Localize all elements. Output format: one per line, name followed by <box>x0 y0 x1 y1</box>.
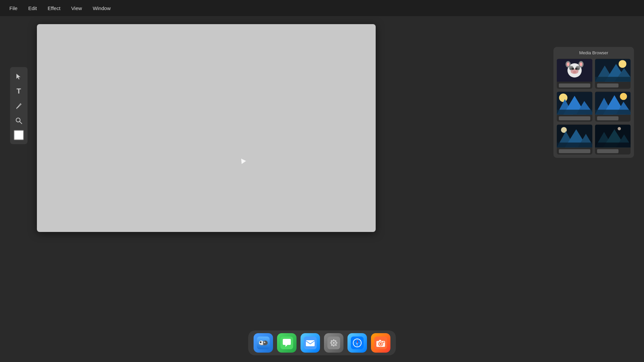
svg-point-25 <box>559 94 568 102</box>
svg-point-53 <box>261 342 261 342</box>
media-thumb-label-4 <box>597 116 619 120</box>
text-tool[interactable]: T <box>12 84 25 98</box>
svg-point-19 <box>619 60 626 68</box>
zoom-tool[interactable] <box>12 114 25 127</box>
media-thumb-label-3 <box>559 116 590 120</box>
svg-point-54 <box>265 342 265 342</box>
color-swatch[interactable] <box>14 130 24 140</box>
svg-marker-0 <box>16 74 20 79</box>
svg-rect-23 <box>595 77 631 81</box>
svg-point-31 <box>620 93 627 100</box>
dock-mail[interactable] <box>301 333 320 353</box>
dock-system-preferences[interactable] <box>324 333 343 353</box>
dock-safari[interactable] <box>347 333 367 353</box>
svg-point-52 <box>264 342 266 343</box>
svg-rect-35 <box>595 110 631 114</box>
media-thumb-6[interactable] <box>595 124 631 155</box>
menu-file[interactable]: File <box>5 4 21 12</box>
media-thumb-label-2 <box>597 83 619 87</box>
canvas[interactable] <box>37 24 376 232</box>
media-thumb-label-1 <box>559 83 590 87</box>
dock-screenshot[interactable] <box>371 333 390 353</box>
svg-point-11 <box>573 71 576 73</box>
svg-line-3 <box>20 122 22 124</box>
menu-bar: File Edit Effect View Window <box>0 0 644 16</box>
cursor-indicator <box>239 157 246 164</box>
svg-point-43 <box>618 127 621 130</box>
pen-tool[interactable] <box>12 99 25 113</box>
media-grid <box>557 59 631 155</box>
svg-point-81 <box>383 342 384 343</box>
svg-line-1 <box>16 108 17 109</box>
svg-rect-41 <box>557 142 592 147</box>
svg-point-15 <box>580 62 582 66</box>
select-tool[interactable] <box>12 70 25 83</box>
media-browser-title: Media Browser <box>557 50 631 55</box>
media-thumb-3[interactable] <box>557 92 592 122</box>
svg-rect-58 <box>306 340 315 346</box>
svg-rect-47 <box>595 142 631 147</box>
svg-rect-64 <box>330 343 332 344</box>
dock-messages[interactable] <box>277 333 297 353</box>
media-thumb-2[interactable] <box>595 59 631 89</box>
media-thumb-label-5 <box>559 149 590 153</box>
svg-point-2 <box>16 118 20 122</box>
dock-finder[interactable] <box>254 333 273 353</box>
svg-point-61 <box>333 342 335 344</box>
svg-point-51 <box>260 342 262 343</box>
svg-rect-29 <box>557 110 592 114</box>
svg-point-79 <box>380 343 382 345</box>
svg-point-50 <box>263 341 268 345</box>
menu-view[interactable]: View <box>67 4 86 12</box>
svg-rect-65 <box>336 343 337 344</box>
media-browser-panel: Media Browser <box>553 47 634 158</box>
toolbar: T <box>10 67 28 144</box>
svg-rect-62 <box>333 339 334 341</box>
menu-edit[interactable]: Edit <box>24 4 41 12</box>
svg-rect-63 <box>333 345 334 347</box>
menu-effect[interactable]: Effect <box>44 4 64 12</box>
dock <box>248 330 396 355</box>
svg-rect-80 <box>379 340 381 341</box>
media-thumb-4[interactable] <box>595 92 631 122</box>
media-thumb-label-6 <box>597 149 619 153</box>
menu-window[interactable]: Window <box>89 4 114 12</box>
svg-point-16 <box>570 67 574 70</box>
svg-point-14 <box>567 62 570 66</box>
media-thumb-1[interactable] <box>557 59 592 89</box>
svg-point-17 <box>575 67 579 70</box>
media-thumb-5[interactable] <box>557 124 592 155</box>
